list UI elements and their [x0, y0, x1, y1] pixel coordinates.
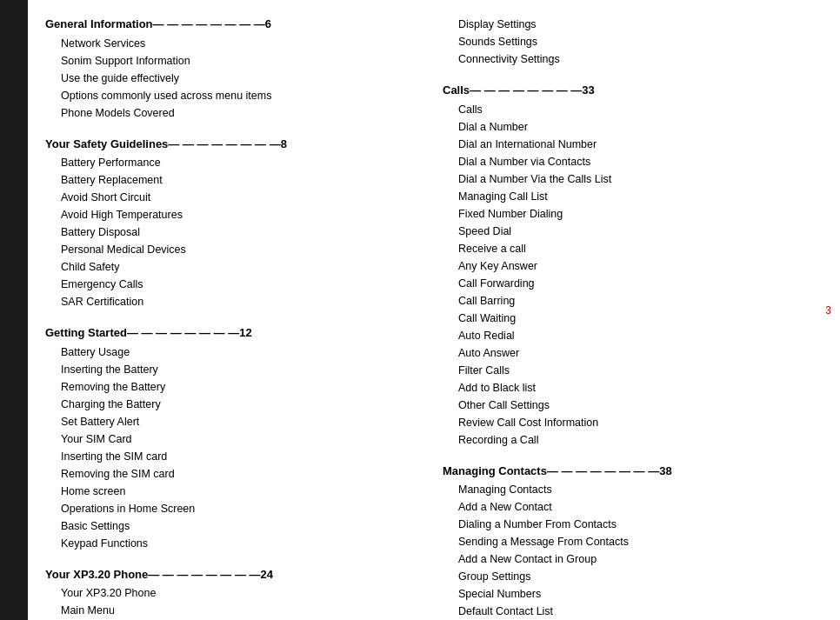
left-section-1: Your Safety Guidelines— — — — — — — —8Ba…	[45, 136, 425, 311]
right-section-1: Calls— — — — — — — —33CallsDial a Number…	[443, 82, 823, 449]
list-item: Special Numbers	[458, 585, 823, 603]
list-item: Battery Performance	[61, 154, 425, 171]
list-item: Removing the SIM card	[61, 465, 425, 483]
list-item: Display Settings	[458, 16, 823, 33]
list-item: Home screen	[61, 483, 425, 500]
list-item: Inserting the Battery	[61, 361, 425, 378]
list-item: Basic Settings	[61, 517, 425, 535]
list-item: Default Contact List	[458, 603, 823, 620]
section-items-right-0: Display SettingsSounds SettingsConnectiv…	[443, 16, 823, 68]
list-item: Dial a Number	[458, 118, 823, 136]
list-item: Add a New Contact in Group	[458, 550, 823, 568]
right-section-2: Managing Contacts— — — — — — — —38Managi…	[443, 463, 823, 621]
list-item: Other Call Settings	[458, 397, 823, 414]
list-item: Battery Usage	[61, 343, 425, 361]
list-item: Sonim Support Information	[61, 52, 425, 70]
list-item: Connectivity Settings	[458, 50, 823, 68]
list-item: Add to Black list	[458, 379, 823, 397]
list-item: Auto Answer	[458, 344, 823, 362]
list-item: Dial a Number via Contacts	[458, 153, 823, 170]
list-item: Dial an International Number	[458, 136, 823, 153]
list-item: Battery Disposal	[61, 223, 425, 241]
list-item: Emergency Calls	[61, 276, 425, 293]
list-item: Removing the Battery	[61, 378, 425, 396]
list-item: Speed Dial	[458, 223, 823, 240]
section-title-right-2: Managing Contacts— — — — — — — —38	[443, 463, 823, 480]
list-item: Managing Contacts	[458, 481, 823, 498]
page-number: 3	[825, 304, 831, 317]
list-item: Use the guide effectively	[61, 70, 425, 87]
list-item: Add a New Contact	[458, 498, 823, 516]
right-section-0: Display SettingsSounds SettingsConnectiv…	[443, 16, 823, 68]
section-title-2: Getting Started— — — — — — — —12	[45, 324, 425, 342]
list-item: Personal Medical Devices	[61, 241, 425, 258]
list-item: Call Waiting	[458, 310, 823, 327]
section-items-2: Battery UsageInserting the BatteryRemovi…	[45, 343, 425, 552]
list-item: Sounds Settings	[458, 33, 823, 50]
right-column: Display SettingsSounds SettingsConnectiv…	[443, 16, 823, 604]
list-item: Auto Redial	[458, 327, 823, 344]
section-title-1: Your Safety Guidelines— — — — — — — —8	[45, 136, 425, 153]
list-item: Keypad Functions	[61, 535, 425, 552]
list-item: Operations in Home Screen	[61, 500, 425, 517]
left-section-0: General Information— — — — — — — —6Netwo…	[45, 16, 425, 122]
list-item: Avoid High Temperatures	[61, 206, 425, 223]
section-title-3: Your XP3.20 Phone— — — — — — — —24	[45, 566, 425, 583]
list-item: Call Forwarding	[458, 275, 823, 292]
list-item: Managing Call List	[458, 188, 823, 205]
list-item: Charging the Battery	[61, 396, 425, 413]
section-items-right-2: Managing ContactsAdd a New ContactDialin…	[443, 481, 823, 620]
list-item: Dialing a Number From Contacts	[458, 516, 823, 533]
section-items-0: Network ServicesSonim Support Informatio…	[45, 35, 425, 122]
section-title-0: General Information— — — — — — — —6	[45, 16, 425, 33]
list-item: Any Key Answer	[458, 257, 823, 275]
list-item: SAR Certification	[61, 293, 425, 310]
left-section-2: Getting Started— — — — — — — —12Battery …	[45, 324, 425, 552]
list-item: Calls	[458, 101, 823, 118]
list-item: Dial a Number Via the Calls List	[458, 170, 823, 188]
section-items-right-1: CallsDial a NumberDial an International …	[443, 101, 823, 449]
section-title-right-1: Calls— — — — — — — —33	[443, 82, 823, 99]
list-item: Avoid Short Circuit	[61, 189, 425, 206]
sidebar	[0, 0, 28, 620]
list-item: Filter Calls	[458, 362, 823, 379]
content-area: General Information— — — — — — — —6Netwo…	[28, 0, 840, 620]
list-item: Group Settings	[458, 568, 823, 585]
list-item: Call Barring	[458, 292, 823, 310]
list-item: Options commonly used across menu items	[61, 87, 425, 104]
list-item: Review Call Cost Information	[458, 414, 823, 431]
list-item: Battery Replacement	[61, 171, 425, 189]
left-section-3: Your XP3.20 Phone— — — — — — — —24Your X…	[45, 566, 425, 621]
list-item: Recording a Call	[458, 431, 823, 449]
list-item: Your SIM Card	[61, 430, 425, 448]
list-item: Inserting the SIM card	[61, 448, 425, 465]
list-item: Main Menu	[61, 602, 425, 619]
list-item: Set Battery Alert	[61, 413, 425, 430]
list-item: Fixed Number Dialing	[458, 205, 823, 223]
section-items-1: Battery PerformanceBattery ReplacementAv…	[45, 154, 425, 310]
list-item: Child Safety	[61, 258, 425, 276]
list-item: Network Services	[61, 35, 425, 52]
list-item: Your XP3.20 Phone	[61, 584, 425, 602]
list-item: Phone Models Covered	[61, 104, 425, 122]
list-item: Sending a Message From Contacts	[458, 533, 823, 550]
list-item: Receive a call	[458, 240, 823, 257]
left-column: General Information— — — — — — — —6Netwo…	[45, 16, 425, 604]
section-items-3: Your XP3.20 PhoneMain MenuMain Menu icon…	[45, 584, 425, 620]
